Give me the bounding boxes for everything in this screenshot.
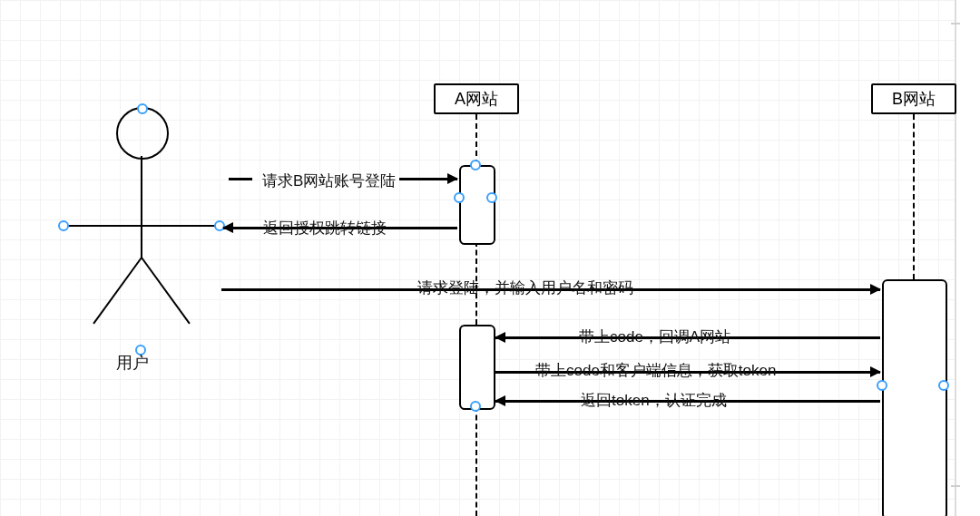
lifeline-a [475, 114, 477, 165]
participant-box-b[interactable]: B网站 [871, 83, 956, 114]
message-label-m2: 返回授权跳转链接 [263, 218, 387, 239]
participant-b-label: B网站 [892, 90, 936, 108]
diagram-canvas[interactable]: A网站 B网站 用户 请求B网站账号登陆 返回授权跳转链接 请求登陆，并输入用户… [0, 0, 980, 516]
message-lead-tick [229, 178, 252, 180]
message-label-m4: 带上code，回调A网站 [579, 326, 730, 347]
participant-box-a[interactable]: A网站 [434, 83, 519, 114]
message-label-m6: 返回token，认证完成 [581, 390, 727, 411]
anchor-dot [137, 103, 148, 114]
anchor-dot [470, 401, 481, 412]
anchor-dot [58, 220, 69, 231]
lifeline-b [913, 114, 915, 279]
message-label-m1: 请求B网站账号登陆 [262, 170, 396, 191]
activation-a-1[interactable] [459, 165, 495, 245]
lifeline-a [475, 406, 477, 516]
activation-b-1[interactable] [882, 279, 947, 516]
activation-a-2[interactable] [459, 325, 495, 410]
message-label-m5: 带上code和客户端信息，获取token [535, 360, 776, 381]
anchor-dot [877, 380, 887, 391]
participant-a-label: A网站 [455, 90, 498, 108]
message-label-m3: 请求登陆，并输入用户名和密码 [417, 277, 633, 298]
actor-user-label: 用户 [116, 352, 149, 374]
actor-user[interactable] [73, 107, 236, 343]
anchor-dot [486, 192, 497, 203]
anchor-dot [470, 160, 481, 170]
page-edge [955, 0, 980, 516]
anchor-dot [938, 380, 949, 391]
anchor-dot [454, 192, 465, 203]
